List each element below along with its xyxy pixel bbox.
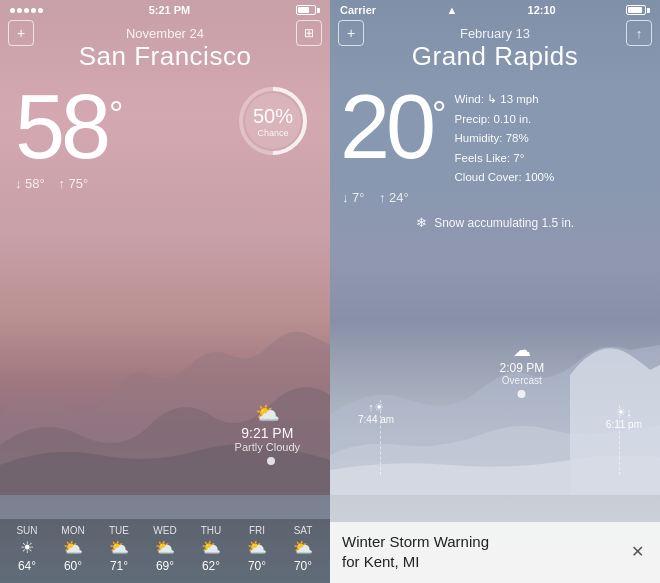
right-carrier: Carrier [340, 4, 376, 16]
forecast-day-thu: THU ⛅ 62° [188, 525, 234, 573]
winter-storm-text: Winter Storm Warningfor Kent, MI [342, 532, 489, 571]
sunrise-icon: ↑☀ [358, 401, 394, 414]
left-temperature: 58° [15, 82, 120, 172]
chance-of-rain-circle: 50% Chance [236, 84, 310, 158]
forecast-day-wed: WED ⛅ 69° [142, 525, 188, 573]
current-time-dot [518, 390, 526, 398]
right-weather-details: Wind: ↳ 13 mph Precip: 0.10 in. Humidity… [443, 82, 555, 188]
winter-storm-warning-bar: Winter Storm Warningfor Kent, MI ✕ [330, 522, 660, 583]
current-time: 2:09 PM [499, 361, 544, 375]
forecast-day-mon: MON ⛅ 60° [50, 525, 96, 573]
left-temp-row: 58° 50% Chance [0, 74, 330, 172]
right-time: 12:10 [528, 4, 556, 16]
left-mountains [0, 295, 330, 495]
overcast-icon: ☁ [513, 340, 531, 360]
sunset-icon: ☀↓ [606, 406, 642, 419]
humidity-detail: Humidity: 78% [455, 129, 555, 149]
left-status-bar: 5:21 PM [0, 0, 330, 20]
battery-icon [296, 5, 320, 15]
chance-text: 50% Chance [253, 105, 293, 138]
right-temperature: 20° [340, 82, 443, 188]
sunset-time: 6:11 pm [606, 419, 642, 430]
close-warning-button[interactable]: ✕ [627, 538, 648, 565]
signal-indicator [10, 8, 43, 13]
left-date: November 24 [0, 26, 330, 41]
right-hi-lo: ↓ 7° ↑ 24° [330, 188, 660, 207]
right-weather-panel: Carrier ▲ 12:10 + ↑ February 13 Grand Ra… [330, 0, 660, 583]
sunset-marker: ☀↓ 6:11 pm [606, 406, 642, 430]
right-temp-section: 20° Wind: ↳ 13 mph Precip: 0.10 in. Humi… [330, 74, 660, 188]
left-header: November 24 San Francisco [0, 24, 330, 74]
feels-like-detail: Feels Like: 7° [455, 149, 555, 169]
right-battery-icon [626, 5, 650, 15]
left-time-weather: ⛅ 9:21 PM Partly Cloudy [235, 401, 300, 453]
current-condition-marker: ☁ 2:09 PM Overcast [499, 339, 544, 398]
forecast-day-sun: SUN ☀ 64° [4, 525, 50, 573]
sunrise-marker: ↑☀ 7:44 am [358, 401, 394, 425]
current-condition: Overcast [499, 375, 544, 386]
time-indicator-dot [267, 457, 275, 465]
right-header: February 13 Grand Rapids [330, 24, 660, 74]
sunrise-time: 7:44 am [358, 414, 394, 425]
left-weather-panel: 5:21 PM + ⊞ November 24 San Francisco 58… [0, 0, 330, 583]
snowflake-icon: ❄ [416, 215, 427, 230]
cloud-cover-detail: Cloud Cover: 100% [455, 168, 555, 188]
snow-warning: ❄ Snow accumulating 1.5 in. [330, 207, 660, 234]
left-time: 5:21 PM [149, 4, 191, 16]
precip-detail: Precip: 0.10 in. [455, 110, 555, 130]
partly-cloudy-icon: ⛅ [235, 401, 300, 425]
right-date: February 13 [330, 26, 660, 41]
wind-detail: Wind: ↳ 13 mph [455, 90, 555, 110]
wifi-icon: ▲ [446, 4, 457, 16]
forecast-day-tue: TUE ⛅ 71° [96, 525, 142, 573]
forecast-day-fri: FRI ⛅ 70° [234, 525, 280, 573]
snow-warning-text: Snow accumulating 1.5 in. [434, 216, 574, 230]
forecast-day-sat: SAT ⛅ 70° [280, 525, 326, 573]
left-hi-lo: ↓ 58° ↑ 75° [0, 172, 330, 195]
forecast-bar: SUN ☀ 64° MON ⛅ 60° TUE ⛅ 71° WED ⛅ 69° … [0, 519, 330, 583]
right-status-bar: Carrier ▲ 12:10 [330, 0, 660, 20]
